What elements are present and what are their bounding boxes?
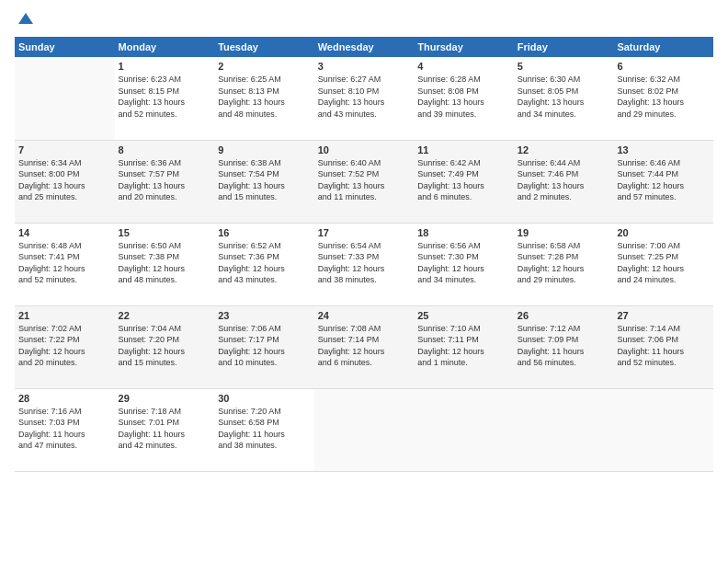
- day-info: Sunrise: 6:42 AM Sunset: 7:49 PM Dayligh…: [417, 157, 510, 203]
- day-info: Sunrise: 6:30 AM Sunset: 8:05 PM Dayligh…: [518, 74, 610, 120]
- day-info: Sunrise: 7:00 AM Sunset: 7:25 PM Dayligh…: [617, 240, 710, 286]
- day-info: Sunrise: 6:23 AM Sunset: 8:15 PM Dayligh…: [119, 74, 211, 120]
- day-number: 1: [119, 61, 211, 72]
- day-info: Sunrise: 7:12 AM Sunset: 7:09 PM Dayligh…: [518, 323, 610, 369]
- day-cell: 10Sunrise: 6:40 AM Sunset: 7:52 PM Dayli…: [314, 140, 415, 223]
- day-cell: 13Sunrise: 6:46 AM Sunset: 7:44 PM Dayli…: [613, 140, 713, 223]
- day-cell: 1Sunrise: 6:23 AM Sunset: 8:15 PM Daylig…: [115, 57, 215, 140]
- day-cell: 17Sunrise: 6:54 AM Sunset: 7:33 PM Dayli…: [314, 223, 415, 305]
- day-cell: [414, 388, 514, 471]
- col-header-friday: Friday: [514, 37, 614, 57]
- day-number: 23: [218, 310, 311, 321]
- day-cell: 12Sunrise: 6:44 AM Sunset: 7:46 PM Dayli…: [514, 140, 614, 223]
- day-info: Sunrise: 7:18 AM Sunset: 7:01 PM Dayligh…: [119, 406, 211, 452]
- day-number: 3: [318, 61, 411, 72]
- day-number: 28: [18, 393, 111, 404]
- day-number: 19: [518, 227, 610, 238]
- svg-marker-0: [18, 13, 33, 24]
- day-number: 10: [318, 144, 411, 155]
- day-number: 12: [518, 144, 610, 155]
- day-number: 11: [417, 144, 510, 155]
- day-cell: 26Sunrise: 7:12 AM Sunset: 7:09 PM Dayli…: [514, 305, 614, 388]
- logo-icon: [17, 11, 35, 29]
- col-header-wednesday: Wednesday: [314, 37, 415, 57]
- week-row-4: 21Sunrise: 7:02 AM Sunset: 7:22 PM Dayli…: [15, 305, 713, 388]
- day-number: 4: [417, 61, 510, 72]
- day-cell: 20Sunrise: 7:00 AM Sunset: 7:25 PM Dayli…: [613, 223, 713, 305]
- logo: [15, 11, 35, 29]
- day-info: Sunrise: 6:32 AM Sunset: 8:02 PM Dayligh…: [617, 74, 710, 120]
- calendar-table: SundayMondayTuesdayWednesdayThursdayFrid…: [15, 37, 713, 472]
- day-number: 22: [119, 310, 211, 321]
- day-number: 21: [18, 310, 111, 321]
- col-header-sunday: Sunday: [15, 37, 115, 57]
- day-number: 15: [119, 227, 211, 238]
- day-cell: 15Sunrise: 6:50 AM Sunset: 7:38 PM Dayli…: [115, 223, 215, 305]
- day-number: 16: [218, 227, 311, 238]
- day-info: Sunrise: 6:36 AM Sunset: 7:57 PM Dayligh…: [119, 157, 211, 203]
- day-info: Sunrise: 6:28 AM Sunset: 8:08 PM Dayligh…: [417, 74, 510, 120]
- day-cell: 21Sunrise: 7:02 AM Sunset: 7:22 PM Dayli…: [15, 305, 115, 388]
- day-info: Sunrise: 6:25 AM Sunset: 8:13 PM Dayligh…: [218, 74, 311, 120]
- header: [15, 11, 713, 29]
- week-row-5: 28Sunrise: 7:16 AM Sunset: 7:03 PM Dayli…: [15, 388, 713, 471]
- day-cell: 14Sunrise: 6:48 AM Sunset: 7:41 PM Dayli…: [15, 223, 115, 305]
- day-cell: 27Sunrise: 7:14 AM Sunset: 7:06 PM Dayli…: [613, 305, 713, 388]
- day-info: Sunrise: 6:50 AM Sunset: 7:38 PM Dayligh…: [119, 240, 211, 286]
- day-cell: 25Sunrise: 7:10 AM Sunset: 7:11 PM Dayli…: [414, 305, 514, 388]
- day-number: 27: [617, 310, 710, 321]
- day-cell: 24Sunrise: 7:08 AM Sunset: 7:14 PM Dayli…: [314, 305, 415, 388]
- day-info: Sunrise: 6:40 AM Sunset: 7:52 PM Dayligh…: [318, 157, 411, 203]
- day-info: Sunrise: 6:34 AM Sunset: 8:00 PM Dayligh…: [18, 157, 111, 203]
- day-cell: 11Sunrise: 6:42 AM Sunset: 7:49 PM Dayli…: [414, 140, 514, 223]
- col-header-tuesday: Tuesday: [214, 37, 314, 57]
- day-cell: [613, 388, 713, 471]
- day-cell: 18Sunrise: 6:56 AM Sunset: 7:30 PM Dayli…: [414, 223, 514, 305]
- day-info: Sunrise: 7:06 AM Sunset: 7:17 PM Dayligh…: [218, 323, 311, 369]
- day-cell: 16Sunrise: 6:52 AM Sunset: 7:36 PM Dayli…: [214, 223, 314, 305]
- day-number: 24: [318, 310, 411, 321]
- day-number: 29: [119, 393, 211, 404]
- week-row-2: 7Sunrise: 6:34 AM Sunset: 8:00 PM Daylig…: [15, 140, 713, 223]
- week-row-3: 14Sunrise: 6:48 AM Sunset: 7:41 PM Dayli…: [15, 223, 713, 305]
- day-info: Sunrise: 6:44 AM Sunset: 7:46 PM Dayligh…: [518, 157, 610, 203]
- day-cell: 28Sunrise: 7:16 AM Sunset: 7:03 PM Dayli…: [15, 388, 115, 471]
- week-row-1: 1Sunrise: 6:23 AM Sunset: 8:15 PM Daylig…: [15, 57, 713, 140]
- day-number: 6: [617, 61, 710, 72]
- day-number: 25: [417, 310, 510, 321]
- day-number: 14: [18, 227, 111, 238]
- day-info: Sunrise: 7:20 AM Sunset: 6:58 PM Dayligh…: [218, 406, 311, 452]
- day-cell: [514, 388, 614, 471]
- day-cell: [15, 57, 115, 140]
- day-info: Sunrise: 6:48 AM Sunset: 7:41 PM Dayligh…: [18, 240, 111, 286]
- day-info: Sunrise: 7:02 AM Sunset: 7:22 PM Dayligh…: [18, 323, 111, 369]
- day-cell: 19Sunrise: 6:58 AM Sunset: 7:28 PM Dayli…: [514, 223, 614, 305]
- day-number: 5: [518, 61, 610, 72]
- day-cell: 4Sunrise: 6:28 AM Sunset: 8:08 PM Daylig…: [414, 57, 514, 140]
- day-cell: 30Sunrise: 7:20 AM Sunset: 6:58 PM Dayli…: [214, 388, 314, 471]
- day-info: Sunrise: 6:54 AM Sunset: 7:33 PM Dayligh…: [318, 240, 411, 286]
- header-row: SundayMondayTuesdayWednesdayThursdayFrid…: [15, 37, 713, 57]
- day-number: 20: [617, 227, 710, 238]
- day-cell: 2Sunrise: 6:25 AM Sunset: 8:13 PM Daylig…: [214, 57, 314, 140]
- day-number: 7: [18, 144, 111, 155]
- day-number: 26: [518, 310, 610, 321]
- day-cell: 3Sunrise: 6:27 AM Sunset: 8:10 PM Daylig…: [314, 57, 415, 140]
- day-number: 17: [318, 227, 411, 238]
- day-number: 13: [617, 144, 710, 155]
- col-header-saturday: Saturday: [613, 37, 713, 57]
- day-number: 9: [218, 144, 311, 155]
- day-number: 8: [119, 144, 211, 155]
- day-cell: 23Sunrise: 7:06 AM Sunset: 7:17 PM Dayli…: [214, 305, 314, 388]
- day-info: Sunrise: 7:04 AM Sunset: 7:20 PM Dayligh…: [119, 323, 211, 369]
- day-info: Sunrise: 7:14 AM Sunset: 7:06 PM Dayligh…: [617, 323, 710, 369]
- day-number: 30: [218, 393, 311, 404]
- day-info: Sunrise: 6:27 AM Sunset: 8:10 PM Dayligh…: [318, 74, 411, 120]
- day-cell: 6Sunrise: 6:32 AM Sunset: 8:02 PM Daylig…: [613, 57, 713, 140]
- day-info: Sunrise: 7:08 AM Sunset: 7:14 PM Dayligh…: [318, 323, 411, 369]
- day-info: Sunrise: 6:38 AM Sunset: 7:54 PM Dayligh…: [218, 157, 311, 203]
- day-info: Sunrise: 6:52 AM Sunset: 7:36 PM Dayligh…: [218, 240, 311, 286]
- day-info: Sunrise: 7:16 AM Sunset: 7:03 PM Dayligh…: [18, 406, 111, 452]
- col-header-thursday: Thursday: [414, 37, 514, 57]
- day-cell: 9Sunrise: 6:38 AM Sunset: 7:54 PM Daylig…: [214, 140, 314, 223]
